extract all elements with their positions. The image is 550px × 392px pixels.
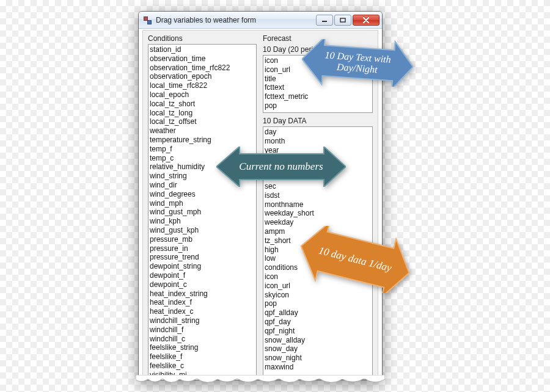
list-item[interactable]: dewpoint_string <box>150 262 255 271</box>
list-item[interactable]: local_time_rfc822 <box>150 81 255 90</box>
data10-label: 10 Day DATA <box>263 117 373 125</box>
list-item[interactable]: observation_time_rfc822 <box>150 64 255 73</box>
list-item[interactable]: qpf_day <box>265 318 371 327</box>
list-item[interactable]: local_epoch <box>150 90 255 100</box>
list-item[interactable]: wind_gust_mph <box>150 208 255 217</box>
titlebar[interactable]: Drag variables to weather form <box>139 12 382 29</box>
callout-orange: 10 day data 1/day <box>299 226 411 293</box>
list-item[interactable]: snow_night <box>265 354 371 363</box>
list-item[interactable]: feelslike_string <box>150 343 255 352</box>
callout-orange-text: 10 day data 1/day <box>317 245 392 275</box>
list-item[interactable]: heat_index_f <box>150 298 255 307</box>
list-item[interactable]: windchill_string <box>150 316 255 325</box>
list-item[interactable]: windchill_f <box>150 325 255 335</box>
list-item[interactable]: dewpoint_f <box>150 271 255 280</box>
list-item[interactable]: snow_allday <box>265 336 371 345</box>
window-title: Drag variables to weather form <box>156 16 315 24</box>
list-item[interactable]: qpf_night <box>265 327 371 336</box>
list-item[interactable]: observation_time <box>150 54 255 64</box>
list-item[interactable]: station_id <box>150 45 255 54</box>
conditions-label: Conditions <box>148 34 257 43</box>
list-item[interactable]: pressure_in <box>150 244 255 253</box>
app-icon <box>142 15 152 25</box>
list-item[interactable]: temperature_string <box>150 136 255 145</box>
minimize-button[interactable] <box>316 15 333 26</box>
list-item[interactable]: wind_kph <box>150 217 255 226</box>
list-item[interactable]: windchill_c <box>150 335 255 344</box>
callout-teal-text: Current no numbers <box>239 161 323 173</box>
list-item[interactable]: local_tz_short <box>150 100 255 109</box>
list-item[interactable]: pressure_trend <box>150 253 255 262</box>
list-item[interactable]: wind_mph <box>150 199 255 208</box>
list-item[interactable]: local_tz_offset <box>150 117 255 126</box>
list-item[interactable]: dewpoint_c <box>150 280 255 289</box>
list-item[interactable]: pop <box>265 299 371 308</box>
list-item[interactable]: pop <box>265 101 371 111</box>
list-item[interactable]: pressure_mb <box>150 235 255 244</box>
conditions-column: Conditions station_idobservation_timeobs… <box>148 34 257 380</box>
list-item[interactable]: snow_day <box>265 344 371 354</box>
list-item[interactable]: local_tz_long <box>150 109 255 118</box>
list-item[interactable]: monthname <box>265 200 371 209</box>
list-item[interactable]: isdst <box>265 191 371 200</box>
list-item[interactable]: visibility_mi <box>150 371 255 378</box>
list-item[interactable]: feelslike_c <box>150 361 255 371</box>
window-buttons <box>315 15 380 26</box>
svg-rect-0 <box>322 21 327 22</box>
conditions-listbox[interactable]: station_idobservation_timeobservation_ti… <box>148 44 257 378</box>
list-item[interactable]: maxwind <box>265 363 371 372</box>
list-item[interactable]: heat_index_string <box>150 289 255 299</box>
list-item[interactable]: observation_epoch <box>150 72 255 81</box>
list-item[interactable]: feelslike_f <box>150 352 255 361</box>
list-item[interactable]: fcttext_metric <box>265 92 371 101</box>
callout-blue: 10 Day Text with Day/Night <box>302 39 413 87</box>
maximize-button[interactable] <box>334 15 351 26</box>
close-button[interactable] <box>353 15 380 26</box>
svg-rect-1 <box>340 18 345 22</box>
list-item[interactable]: wind_gust_kph <box>150 226 255 235</box>
callout-teal: Current no numbers <box>216 147 346 187</box>
list-item[interactable]: qpf_allday <box>265 308 371 318</box>
list-item[interactable]: wind_degrees <box>150 190 255 199</box>
list-item[interactable]: weather <box>150 126 255 136</box>
callout-blue-text: 10 Day Text with Day/Night <box>312 49 403 78</box>
list-item[interactable]: heat_index_c <box>150 307 255 316</box>
list-item[interactable]: day <box>265 128 371 137</box>
list-item[interactable]: month <box>265 137 371 146</box>
